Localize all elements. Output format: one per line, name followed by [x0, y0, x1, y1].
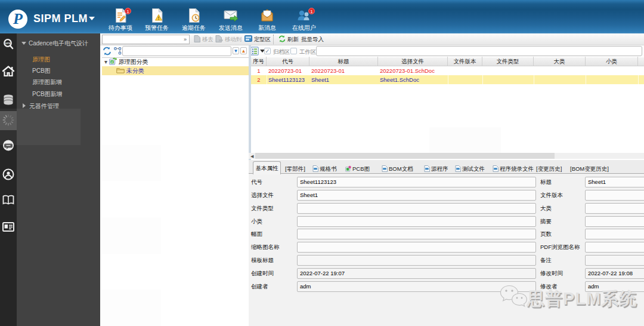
svg-text:SIPM: SIPM [5, 42, 11, 45]
svg-text:#: # [111, 60, 113, 64]
